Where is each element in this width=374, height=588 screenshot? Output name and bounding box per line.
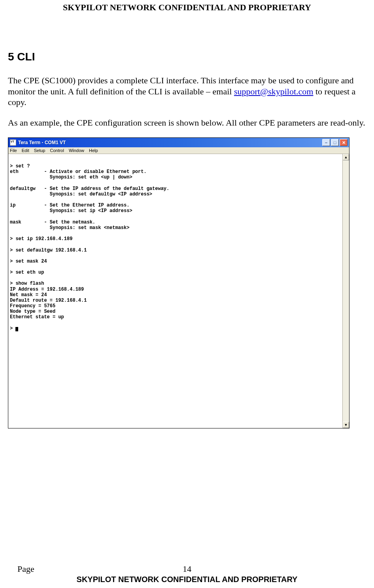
confidential-header: SKYPILOT NETWORK CONFIDENTIAL AND PROPRI… <box>8 0 366 13</box>
support-email-link[interactable]: support@skypilot.com <box>234 86 314 96</box>
scrollbar-track[interactable] <box>343 160 349 422</box>
maximize-button[interactable]: □ <box>331 139 339 146</box>
teraterm-window: Tera Term - COM1 VT – □ ✕ File Edit Setu… <box>8 137 349 428</box>
menu-file[interactable]: File <box>10 148 17 153</box>
close-icon: ✕ <box>342 140 346 145</box>
chevron-down-icon: ▼ <box>344 423 348 427</box>
scroll-up-button[interactable]: ▲ <box>343 154 349 160</box>
menu-control[interactable]: Control <box>50 148 64 153</box>
scroll-down-button[interactable]: ▼ <box>343 422 349 428</box>
menu-edit[interactable]: Edit <box>22 148 29 153</box>
confidential-footer: SKYPILOT NETWORK CONFIDENTIAL AND PROPRI… <box>0 575 374 584</box>
window-title: Tera Term - COM1 VT <box>18 140 322 145</box>
menu-help[interactable]: Help <box>89 148 98 153</box>
chevron-up-icon: ▲ <box>344 155 348 159</box>
cursor-icon <box>15 327 18 331</box>
paragraph-1: The CPE (SC1000) provides a complete CLI… <box>8 75 366 108</box>
menu-window[interactable]: Window <box>69 148 84 153</box>
vertical-scrollbar[interactable]: ▲ ▼ <box>342 154 349 428</box>
paragraph-2: As an example, the CPE configuration scr… <box>8 117 366 128</box>
minimize-icon: – <box>325 140 327 145</box>
page-label: Page <box>17 564 34 574</box>
menubar: File Edit Setup Control Window Help <box>8 147 349 154</box>
terminal-output[interactable]: > set ? eth - Activate or disable Ethern… <box>8 154 342 428</box>
maximize-icon: □ <box>334 140 336 145</box>
menu-setup[interactable]: Setup <box>34 148 45 153</box>
titlebar[interactable]: Tera Term - COM1 VT – □ ✕ <box>8 138 349 147</box>
close-button[interactable]: ✕ <box>340 139 348 146</box>
client-area: > set ? eth - Activate or disable Ethern… <box>8 154 349 428</box>
minimize-button[interactable]: – <box>322 139 330 146</box>
terminal-text: > set ? eth - Activate or disable Ethern… <box>10 163 169 331</box>
section-heading: 5 CLI <box>8 51 366 63</box>
document-page: SKYPILOT NETWORK CONFIDENTIAL AND PROPRI… <box>0 0 374 588</box>
window-buttons: – □ ✕ <box>322 139 348 146</box>
page-footer: Page 14 SKYPILOT NETWORK CONFIDENTIAL AN… <box>0 564 374 584</box>
page-number: 14 <box>0 564 374 574</box>
app-icon <box>10 139 16 146</box>
